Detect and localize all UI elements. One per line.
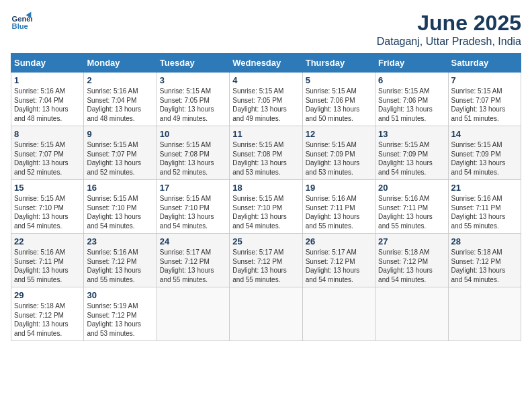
- calendar-day-cell: 16Sunrise: 5:15 AMSunset: 7:10 PMDayligh…: [84, 180, 157, 234]
- day-info: Sunrise: 5:19 AMSunset: 7:12 PMDaylight:…: [87, 302, 141, 337]
- day-number: 8: [14, 129, 81, 139]
- calendar-day-cell: 23Sunrise: 5:16 AMSunset: 7:12 PMDayligh…: [84, 234, 157, 287]
- header-tuesday: Tuesday: [157, 54, 229, 73]
- day-number: 7: [451, 75, 518, 85]
- day-number: 12: [306, 129, 372, 139]
- svg-text:Blue: Blue: [12, 22, 28, 30]
- calendar-title: June 2025 Dataganj, Uttar Pradesh, India: [377, 11, 521, 48]
- calendar-day-cell: 24Sunrise: 5:17 AMSunset: 7:12 PMDayligh…: [157, 234, 229, 287]
- day-info: Sunrise: 5:15 AMSunset: 7:09 PMDaylight:…: [378, 141, 433, 176]
- day-info: Sunrise: 5:18 AMSunset: 7:12 PMDaylight:…: [451, 248, 506, 283]
- day-info: Sunrise: 5:15 AMSunset: 7:10 PMDaylight:…: [14, 195, 69, 230]
- header-wednesday: Wednesday: [230, 54, 302, 73]
- calendar-week-row: 8Sunrise: 5:15 AMSunset: 7:07 PMDaylight…: [11, 126, 521, 180]
- calendar-day-cell: [230, 287, 302, 341]
- day-info: Sunrise: 5:18 AMSunset: 7:12 PMDaylight:…: [378, 248, 433, 283]
- calendar-day-cell: [448, 287, 521, 341]
- day-info: Sunrise: 5:17 AMSunset: 7:12 PMDaylight:…: [232, 248, 287, 283]
- calendar-day-cell: 26Sunrise: 5:17 AMSunset: 7:12 PMDayligh…: [302, 234, 375, 287]
- calendar-day-cell: 10Sunrise: 5:15 AMSunset: 7:08 PMDayligh…: [157, 126, 229, 180]
- day-number: 21: [451, 183, 518, 193]
- day-info: Sunrise: 5:16 AMSunset: 7:11 PMDaylight:…: [306, 195, 360, 230]
- calendar-day-cell: 7Sunrise: 5:15 AMSunset: 7:07 PMDaylight…: [448, 73, 521, 126]
- calendar-day-cell: 17Sunrise: 5:15 AMSunset: 7:10 PMDayligh…: [157, 180, 229, 234]
- day-number: 19: [306, 183, 372, 193]
- day-number: 13: [378, 129, 445, 139]
- month-year: June 2025: [377, 11, 521, 36]
- calendar-day-cell: 19Sunrise: 5:16 AMSunset: 7:11 PMDayligh…: [302, 180, 375, 234]
- day-number: 22: [14, 236, 81, 246]
- calendar-body: 1Sunrise: 5:16 AMSunset: 7:04 PMDaylight…: [11, 73, 521, 341]
- calendar-day-cell: 2Sunrise: 5:16 AMSunset: 7:04 PMDaylight…: [84, 73, 157, 126]
- day-number: 20: [378, 183, 445, 193]
- day-number: 16: [87, 183, 153, 193]
- day-number: 17: [160, 183, 226, 193]
- day-info: Sunrise: 5:16 AMSunset: 7:04 PMDaylight:…: [87, 87, 141, 122]
- header-thursday: Thursday: [302, 54, 375, 73]
- calendar-day-cell: 11Sunrise: 5:15 AMSunset: 7:08 PMDayligh…: [230, 126, 302, 180]
- day-info: Sunrise: 5:15 AMSunset: 7:08 PMDaylight:…: [160, 141, 214, 176]
- day-number: 9: [87, 129, 153, 139]
- day-info: Sunrise: 5:15 AMSunset: 7:06 PMDaylight:…: [378, 87, 433, 122]
- location: Dataganj, Uttar Pradesh, India: [377, 36, 521, 48]
- day-number: 29: [14, 290, 81, 300]
- calendar-day-cell: [157, 287, 229, 341]
- header-sunday: Sunday: [11, 54, 84, 73]
- logo: General Blue: [11, 11, 32, 32]
- header-friday: Friday: [375, 54, 448, 73]
- day-number: 5: [306, 75, 372, 85]
- day-number: 27: [378, 236, 445, 246]
- day-number: 15: [14, 183, 81, 193]
- day-info: Sunrise: 5:15 AMSunset: 7:05 PMDaylight:…: [160, 87, 214, 122]
- calendar-day-cell: 14Sunrise: 5:15 AMSunset: 7:09 PMDayligh…: [448, 126, 521, 180]
- day-number: 10: [160, 129, 226, 139]
- calendar-day-cell: 30Sunrise: 5:19 AMSunset: 7:12 PMDayligh…: [84, 287, 157, 341]
- calendar-day-cell: 4Sunrise: 5:15 AMSunset: 7:05 PMDaylight…: [230, 73, 302, 126]
- page-header: General Blue June 2025 Dataganj, Uttar P…: [11, 11, 521, 48]
- calendar-day-cell: 8Sunrise: 5:15 AMSunset: 7:07 PMDaylight…: [11, 126, 84, 180]
- day-info: Sunrise: 5:16 AMSunset: 7:11 PMDaylight:…: [451, 195, 506, 230]
- calendar-week-row: 1Sunrise: 5:16 AMSunset: 7:04 PMDaylight…: [11, 73, 521, 126]
- day-number: 18: [232, 183, 299, 193]
- weekday-header-row: Sunday Monday Tuesday Wednesday Thursday…: [11, 54, 521, 73]
- calendar-day-cell: 3Sunrise: 5:15 AMSunset: 7:05 PMDaylight…: [157, 73, 229, 126]
- calendar-day-cell: 21Sunrise: 5:16 AMSunset: 7:11 PMDayligh…: [448, 180, 521, 234]
- calendar-day-cell: 18Sunrise: 5:15 AMSunset: 7:10 PMDayligh…: [230, 180, 302, 234]
- calendar-day-cell: 28Sunrise: 5:18 AMSunset: 7:12 PMDayligh…: [448, 234, 521, 287]
- day-number: 24: [160, 236, 226, 246]
- day-info: Sunrise: 5:16 AMSunset: 7:12 PMDaylight:…: [87, 248, 141, 283]
- calendar-day-cell: [302, 287, 375, 341]
- day-number: 2: [87, 75, 153, 85]
- day-info: Sunrise: 5:15 AMSunset: 7:07 PMDaylight:…: [14, 141, 69, 176]
- day-number: 28: [451, 236, 518, 246]
- day-info: Sunrise: 5:15 AMSunset: 7:05 PMDaylight:…: [232, 87, 287, 122]
- day-info: Sunrise: 5:16 AMSunset: 7:04 PMDaylight:…: [14, 87, 69, 122]
- day-number: 30: [87, 290, 153, 300]
- calendar-day-cell: 25Sunrise: 5:17 AMSunset: 7:12 PMDayligh…: [230, 234, 302, 287]
- calendar-day-cell: 27Sunrise: 5:18 AMSunset: 7:12 PMDayligh…: [375, 234, 448, 287]
- calendar-day-cell: 15Sunrise: 5:15 AMSunset: 7:10 PMDayligh…: [11, 180, 84, 234]
- header-saturday: Saturday: [448, 54, 521, 73]
- day-number: 1: [14, 75, 81, 85]
- calendar-week-row: 29Sunrise: 5:18 AMSunset: 7:12 PMDayligh…: [11, 287, 521, 341]
- day-info: Sunrise: 5:15 AMSunset: 7:07 PMDaylight:…: [451, 87, 506, 122]
- day-info: Sunrise: 5:18 AMSunset: 7:12 PMDaylight:…: [14, 302, 69, 337]
- day-info: Sunrise: 5:15 AMSunset: 7:07 PMDaylight:…: [87, 141, 141, 176]
- day-number: 23: [87, 236, 153, 246]
- day-info: Sunrise: 5:15 AMSunset: 7:09 PMDaylight:…: [451, 141, 506, 176]
- day-number: 4: [232, 75, 299, 85]
- day-info: Sunrise: 5:15 AMSunset: 7:08 PMDaylight:…: [232, 141, 287, 176]
- calendar-day-cell: [375, 287, 448, 341]
- day-info: Sunrise: 5:15 AMSunset: 7:06 PMDaylight:…: [306, 87, 360, 122]
- calendar-day-cell: 5Sunrise: 5:15 AMSunset: 7:06 PMDaylight…: [302, 73, 375, 126]
- calendar-week-row: 22Sunrise: 5:16 AMSunset: 7:11 PMDayligh…: [11, 234, 521, 287]
- day-number: 6: [378, 75, 445, 85]
- calendar-day-cell: 12Sunrise: 5:15 AMSunset: 7:09 PMDayligh…: [302, 126, 375, 180]
- calendar-table: Sunday Monday Tuesday Wednesday Thursday…: [11, 53, 521, 341]
- day-number: 11: [232, 129, 299, 139]
- calendar-day-cell: 29Sunrise: 5:18 AMSunset: 7:12 PMDayligh…: [11, 287, 84, 341]
- calendar-week-row: 15Sunrise: 5:15 AMSunset: 7:10 PMDayligh…: [11, 180, 521, 234]
- day-number: 26: [306, 236, 372, 246]
- day-number: 14: [451, 129, 518, 139]
- calendar-day-cell: 1Sunrise: 5:16 AMSunset: 7:04 PMDaylight…: [11, 73, 84, 126]
